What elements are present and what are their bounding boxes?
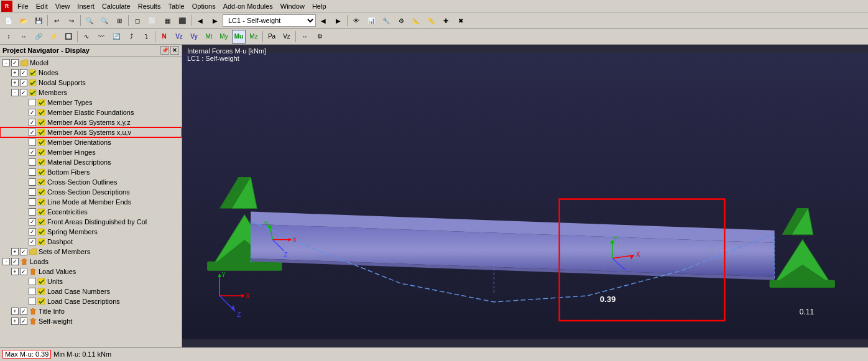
lc-prev[interactable]: ◀	[316, 14, 330, 27]
tree-item-line-mode[interactable]: Line Mode at Member Ends	[0, 197, 182, 207]
tb40[interactable]: ↔	[298, 30, 312, 43]
tb21[interactable]: ↕	[2, 30, 16, 43]
tree-item-lc-descriptions[interactable]: Load Case Descriptions	[0, 296, 182, 306]
menu-results[interactable]: Results	[134, 1, 165, 11]
checkbox-sets-of-members[interactable]	[20, 248, 27, 255]
tree-item-units[interactable]: Units	[0, 276, 182, 286]
tb9[interactable]: 🔧	[379, 14, 393, 27]
checkbox-self-weight[interactable]	[20, 318, 27, 325]
menu-options[interactable]: Options	[188, 1, 219, 11]
tb23[interactable]: 🔗	[32, 30, 45, 43]
tb41[interactable]: ⚙	[313, 30, 326, 43]
tb10[interactable]: ⚙	[394, 14, 408, 27]
tb26[interactable]: ∿	[80, 30, 93, 43]
menu-window[interactable]: Window	[277, 1, 308, 11]
tree-item-load-values[interactable]: +Load Values	[0, 267, 182, 276]
tb4[interactable]: ⬛	[175, 14, 189, 27]
tb24[interactable]: ⚡	[47, 30, 60, 43]
tb33[interactable]: Vy	[187, 30, 201, 43]
tree-item-nodes[interactable]: +Nodes	[0, 68, 182, 78]
tree-item-member-hinges[interactable]: Member Hinges	[0, 147, 182, 157]
tb14[interactable]: ✖	[454, 14, 468, 27]
tree-item-member-axis-xuv[interactable]: Member Axis Systems x,u,v	[0, 127, 182, 137]
tree-item-material-desc[interactable]: Material Descriptions	[0, 157, 182, 167]
checkbox-cross-section-out[interactable]	[29, 178, 36, 186]
checkbox-front-areas[interactable]	[29, 218, 36, 226]
zoom-in-btn[interactable]: 🔍	[83, 14, 96, 27]
tb32[interactable]: Vz	[172, 30, 186, 43]
checkbox-spring-members[interactable]	[29, 228, 36, 235]
tree-item-member-types[interactable]: Member Types	[0, 98, 182, 107]
tree-item-cross-section-out[interactable]: Cross-Section Outlines	[0, 177, 182, 187]
zoom-out-btn[interactable]: 🔍	[98, 14, 111, 27]
tree-item-eccentricities[interactable]: Eccentricities	[0, 207, 182, 217]
tb3[interactable]: ▦	[160, 14, 174, 27]
checkbox-load-values[interactable]	[20, 268, 27, 275]
checkbox-nodal-supports[interactable]	[20, 79, 27, 86]
tb39[interactable]: Vz	[280, 30, 293, 43]
tb34[interactable]: Mt	[202, 30, 216, 43]
tb31[interactable]: N	[157, 30, 171, 43]
tree-item-member-elastic[interactable]: Member Elastic Foundations	[0, 107, 182, 117]
zoom-all-btn[interactable]: ⊞	[113, 14, 126, 27]
tree-item-front-areas[interactable]: Front Areas Distinguished by Col	[0, 217, 182, 227]
checkbox-loads[interactable]	[11, 258, 19, 265]
expand-btn-members[interactable]: -	[11, 89, 19, 96]
checkbox-members[interactable]	[20, 89, 27, 96]
tb37[interactable]: Mz	[247, 30, 261, 43]
checkbox-title-info[interactable]	[20, 308, 27, 315]
checkbox-line-mode[interactable]	[29, 198, 36, 206]
redo-btn[interactable]: ↪	[65, 14, 78, 27]
tb7[interactable]: 👁	[349, 14, 363, 27]
menu-calculate[interactable]: Calculate	[98, 1, 134, 11]
tb1[interactable]: ◻	[131, 14, 144, 27]
checkbox-member-elastic[interactable]	[29, 109, 36, 116]
tb29[interactable]: ⤴	[124, 30, 138, 43]
checkbox-eccentricities[interactable]	[29, 208, 36, 216]
checkbox-cross-section-desc[interactable]	[29, 188, 36, 196]
tree-item-member-axis-xyz[interactable]: Member Axis Systems x,y,z	[0, 117, 182, 127]
expand-btn-sets-of-members[interactable]: +	[11, 248, 19, 255]
tb27[interactable]: 〰	[95, 30, 108, 43]
checkbox-lc-numbers[interactable]	[29, 288, 36, 295]
tb2[interactable]: ⬜	[145, 14, 159, 27]
tree-item-dashpot[interactable]: Dashpot	[0, 237, 182, 247]
tb30[interactable]: ⤵	[139, 30, 153, 43]
tree-item-self-weight[interactable]: +Self-weight	[0, 316, 182, 326]
checkbox-units[interactable]	[29, 278, 36, 285]
new-btn[interactable]: 📄	[2, 14, 16, 27]
tb28[interactable]: 🔄	[109, 30, 123, 43]
checkbox-member-hinges[interactable]	[29, 149, 36, 156]
lc-next[interactable]: ▶	[331, 14, 345, 27]
tb11[interactable]: 📐	[409, 14, 423, 27]
open-btn[interactable]: 📂	[17, 14, 30, 27]
expand-btn-loads[interactable]: -	[2, 258, 10, 265]
view-panel[interactable]: Internal Forces M-u [kNm] LC1 : Self-wei…	[182, 45, 868, 347]
expand-btn-load-values[interactable]: +	[11, 268, 19, 275]
pin-button[interactable]: 📌	[160, 46, 169, 55]
menu-edit[interactable]: Edit	[32, 1, 52, 11]
checkbox-material-desc[interactable]	[29, 158, 36, 166]
checkbox-model[interactable]	[11, 59, 19, 66]
tb36[interactable]: Mu	[232, 30, 246, 43]
tb25[interactable]: 🔲	[62, 30, 75, 43]
close-panel-button[interactable]: ✕	[170, 46, 179, 55]
checkbox-member-axis-xuv[interactable]	[29, 129, 36, 136]
expand-btn-self-weight[interactable]: +	[11, 318, 19, 325]
tree-item-lc-numbers[interactable]: Load Case Numbers	[0, 286, 182, 296]
menu-file[interactable]: File	[14, 1, 32, 11]
checkbox-bottom-fibers[interactable]	[29, 168, 36, 176]
expand-btn-nodal-supports[interactable]: +	[11, 79, 19, 86]
tb12[interactable]: 📏	[424, 14, 438, 27]
menu-addon[interactable]: Add-on Modules	[219, 1, 277, 11]
tb38[interactable]: Pa	[265, 30, 279, 43]
tree-item-sets-of-members[interactable]: +Sets of Members	[0, 247, 182, 257]
expand-btn-model[interactable]: -	[2, 59, 10, 66]
tb13[interactable]: ✚	[439, 14, 453, 27]
expand-btn-title-info[interactable]: +	[11, 308, 19, 315]
checkbox-lc-descriptions[interactable]	[29, 298, 36, 305]
tree-item-bottom-fibers[interactable]: Bottom Fibers	[0, 167, 182, 177]
lc-dropdown[interactable]: LC1 - Self-weight	[223, 14, 316, 27]
menu-view[interactable]: View	[52, 1, 74, 11]
tree-item-title-info[interactable]: +Title Info	[0, 306, 182, 316]
